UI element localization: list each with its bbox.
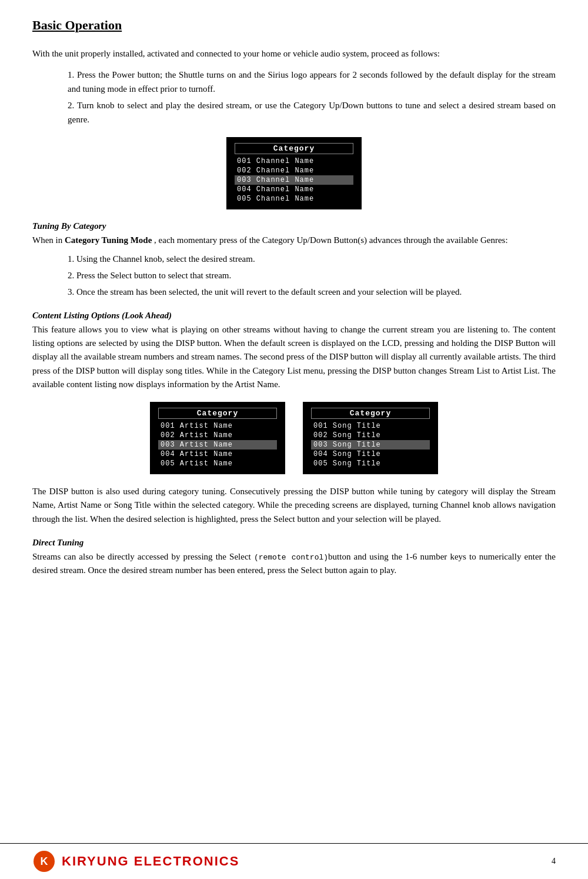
lcd-artist-2: 002 Artist Name: [158, 431, 277, 440]
tuning-intro-plain: When in: [32, 235, 65, 245]
footer-logo: K KIRYUNG ELECTRONICS: [32, 850, 239, 873]
page-number: 4: [552, 857, 556, 866]
page-title: Basic Operation: [32, 18, 556, 33]
section-content: Content Listing Options (Look Ahead) Thi…: [32, 311, 556, 526]
tuning-heading: Tuning By Category: [32, 221, 556, 231]
lcd-song-2: 002 Song Title: [311, 431, 430, 440]
lcd-header: Category: [235, 143, 353, 154]
lcd-artist-1: 001 Artist Name: [158, 421, 277, 431]
lcd-category-container: Category 001 Channel Name 002 Channel Na…: [32, 137, 556, 209]
direct-body-pre: Streams can also be directly accessed by…: [32, 552, 254, 561]
direct-heading: Direct Tuning: [32, 538, 556, 548]
lcd-item-4: 004 Channel Name: [235, 185, 353, 194]
lcd-artist-3: 003 Artist Name: [158, 440, 277, 450]
kiryung-logo-icon: K: [32, 850, 56, 873]
lcd-song-1: 001 Song Title: [311, 421, 430, 431]
content-body2: The DISP button is also used during cate…: [32, 485, 556, 526]
tuning-intro-rest: , each momentary press of the Category U…: [154, 235, 508, 245]
lcd-song-header: Category: [311, 408, 430, 419]
tuning-step-1: 1. Using the Channel knob, select the de…: [68, 252, 556, 266]
footer: K KIRYUNG ELECTRONICS 4: [0, 843, 588, 879]
lcd-artist-screen: Category 001 Artist Name 002 Artist Name…: [150, 402, 285, 474]
tuning-intro-bold: Category Tuning Mode: [65, 235, 152, 245]
footer-brand-rest: ELECTRONICS: [129, 854, 240, 868]
content-body: This feature allows you to view what is …: [32, 323, 556, 391]
tuning-steps: 1. Using the Channel knob, select the de…: [68, 252, 556, 299]
lcd-artist-header: Category: [158, 408, 277, 419]
section-tuning: Tuning By Category When in Category Tuni…: [32, 221, 556, 299]
footer-brand-text: KIRYUNG ELECTRONICS: [62, 854, 239, 869]
content-heading: Content Listing Options (Look Ahead): [32, 311, 556, 321]
direct-body-mono: (remote control): [254, 553, 328, 562]
initial-steps: 1. Press the Power button; the Shuttle t…: [68, 68, 556, 126]
lcd-song-5: 005 Song Title: [311, 459, 430, 468]
lcd-item-2: 002 Channel Name: [235, 166, 353, 175]
tuning-intro: When in Category Tuning Mode , each mome…: [32, 234, 556, 247]
lcd-item-5: 005 Channel Name: [235, 194, 353, 204]
step-1: 1. Press the Power button; the Shuttle t…: [68, 68, 556, 96]
lcd-item-1: 001 Channel Name: [235, 157, 353, 166]
lcd-artist-5: 005 Artist Name: [158, 459, 277, 468]
lcd-song-screen: Category 001 Song Title 002 Song Title 0…: [303, 402, 438, 474]
section-direct: Direct Tuning Streams can also be direct…: [32, 538, 556, 578]
footer-brand-red: KIRYUNG: [62, 854, 129, 868]
lcd-song-3: 003 Song Title: [311, 440, 430, 450]
direct-body: Streams can also be directly accessed by…: [32, 550, 556, 578]
step-2: 2. Turn knob to select and play the desi…: [68, 98, 556, 126]
lcd-artist-4: 004 Artist Name: [158, 450, 277, 459]
svg-text:K: K: [41, 855, 48, 867]
tuning-step-2: 2. Press the Select button to select tha…: [68, 268, 556, 282]
lcd-item-3-selected: 003 Channel Name: [235, 175, 353, 185]
lcd-song-4: 004 Song Title: [311, 450, 430, 459]
lcd-category-screen: Category 001 Channel Name 002 Channel Na…: [226, 137, 362, 209]
tuning-step-3: 3. Once the stream has been selected, th…: [68, 285, 556, 299]
lcd-dual-container: Category 001 Artist Name 002 Artist Name…: [32, 402, 556, 474]
intro-text: With the unit properly installed, activa…: [32, 47, 556, 61]
